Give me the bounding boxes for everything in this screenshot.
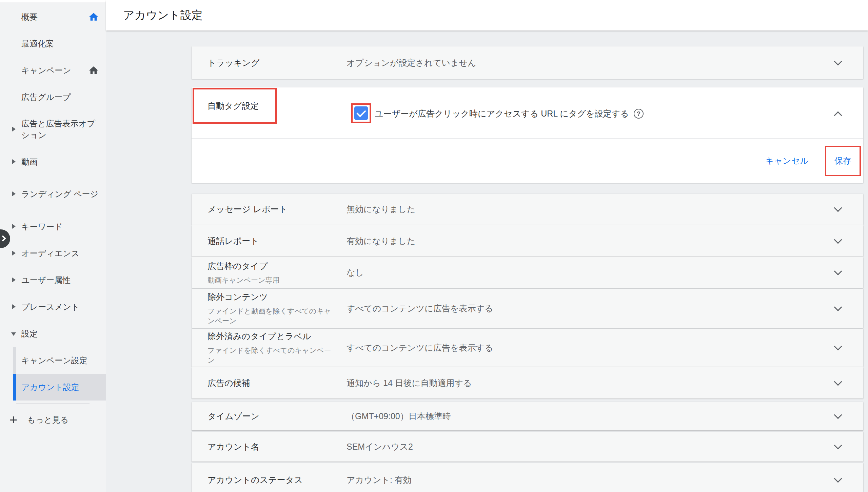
- setting-value: すべてのコンテンツに広告を表示する: [347, 342, 835, 353]
- setting-value: なし: [347, 267, 835, 278]
- inventory-type-card[interactable]: 広告枠のタイプ 動画キャンペーン専用 なし: [192, 257, 863, 288]
- sidebar-item-label: 動画: [21, 156, 101, 168]
- setting-label: タイムゾーン: [208, 411, 347, 422]
- setting-label: 広告の候補: [208, 377, 347, 389]
- sidebar-item-label: プレースメント: [21, 301, 101, 313]
- sidebar-item-account-settings[interactable]: アカウント設定: [0, 374, 106, 401]
- expand-right-icon[interactable]: [12, 304, 16, 309]
- call-report-card[interactable]: 通話レポート 有効になりました: [192, 225, 863, 257]
- sidebar-item-keywords[interactable]: キーワード: [0, 213, 106, 240]
- page-header: アカウント設定: [106, 0, 868, 30]
- setting-value: アカウント: 有効: [347, 474, 835, 486]
- setting-value: 無効になりました: [347, 204, 835, 215]
- sidebar-item-demographics[interactable]: ユーザー属性: [0, 267, 106, 293]
- message-report-card[interactable]: メッセージ レポート 無効になりました: [192, 194, 863, 225]
- subnav-rail: [13, 347, 16, 374]
- checkbox-label: ユーザーが広告クリック時にアクセスする URL にタグを設定する: [375, 108, 629, 119]
- chevron-down-icon[interactable]: [834, 377, 842, 386]
- chevron-right-icon: [0, 235, 6, 241]
- sidebar-item-ad-groups[interactable]: 広告グループ: [0, 84, 106, 110]
- sidebar-item-recommendations[interactable]: 最適化案: [0, 30, 106, 57]
- excluded-types-labels-card[interactable]: 除外済みのタイプとラベル ファインドを除くすべてのキャンペーン すべてのコンテン…: [192, 329, 863, 367]
- expand-right-icon[interactable]: [12, 159, 16, 164]
- setting-label: 通話レポート: [208, 235, 347, 247]
- expand-right-icon[interactable]: [12, 224, 16, 229]
- ad-suggestions-card[interactable]: 広告の候補 通知から 14 日後に自動適用する: [192, 367, 863, 398]
- chevron-down-icon[interactable]: [834, 204, 842, 212]
- setting-label: トラッキング: [208, 57, 347, 68]
- setting-sublabel: 動画キャンペーン専用: [208, 275, 335, 285]
- sidebar-item-label: アカウント設定: [21, 382, 101, 393]
- expand-right-icon[interactable]: [12, 278, 16, 282]
- sidebar-item-label: キーワード: [21, 221, 101, 232]
- sidebar-item-audiences[interactable]: オーディエンス: [0, 240, 106, 267]
- main-content: トラッキング オプションが設定されていません 自動タグ設定 ユーザーが広告クリッ…: [106, 30, 868, 492]
- setting-label: アカウントのステータス: [208, 474, 347, 486]
- expand-down-icon[interactable]: [11, 332, 16, 336]
- excluded-content-card[interactable]: 除外コンテンツ ファインドと動画を除くすべてのキャンペーン すべてのコンテンツに…: [192, 289, 863, 328]
- plus-icon: +: [9, 413, 17, 427]
- setting-value: 有効になりました: [347, 235, 835, 247]
- sidebar-nav: 概要 最適化案 キャンペーン 広告グループ 広告と広告表示オプション 動画: [0, 0, 106, 492]
- save-button[interactable]: 保存: [834, 155, 851, 166]
- setting-label: アカウント名: [208, 441, 347, 452]
- sidebar-item-ads-extensions[interactable]: 広告と広告表示オプション: [0, 110, 106, 148]
- setting-label: 広告枠のタイプ: [208, 261, 335, 272]
- expand-right-icon[interactable]: [12, 191, 16, 196]
- time-zone-card[interactable]: タイムゾーン （GMT+09:00）日本標準時: [192, 402, 863, 430]
- chevron-up-icon[interactable]: [834, 111, 842, 119]
- setting-value: 通知から 14 日後に自動適用する: [347, 377, 835, 389]
- auto-tagging-checkbox[interactable]: [354, 106, 368, 120]
- chevron-down-icon[interactable]: [834, 57, 842, 65]
- setting-value: SEMインハウス2: [347, 441, 835, 452]
- sidebar-item-overview[interactable]: 概要: [0, 3, 106, 30]
- home-icon[interactable]: [88, 65, 99, 76]
- chevron-down-icon[interactable]: [834, 411, 842, 419]
- auto-tagging-section-card: 自動タグ設定 ユーザーが広告クリック時にアクセスする URL にタグを設定する …: [192, 87, 863, 183]
- setting-value: オプションが設定されていません: [347, 57, 835, 68]
- sidebar-item-label: もっと見る: [27, 414, 101, 426]
- sidebar-item-label: オーディエンス: [21, 248, 101, 259]
- chevron-down-icon[interactable]: [834, 235, 842, 244]
- sidebar-top-strip: [0, 0, 106, 2]
- help-icon[interactable]: ?: [634, 109, 644, 119]
- page-title: アカウント設定: [123, 8, 203, 23]
- sidebar-item-show-more[interactable]: + もっと見る: [0, 406, 106, 433]
- expand-right-icon[interactable]: [12, 251, 16, 255]
- sidebar-divider: [16, 403, 90, 404]
- sidebar-item-campaigns[interactable]: キャンペーン: [0, 57, 106, 84]
- sidebar-item-label: 設定: [21, 328, 101, 340]
- account-name-card[interactable]: アカウント名 SEMインハウス2: [192, 432, 863, 462]
- home-icon[interactable]: [88, 12, 99, 22]
- account-status-card[interactable]: アカウントのステータス アカウント: 有効: [192, 463, 863, 492]
- setting-sublabel: ファインドを除くすべてのキャンペーン: [208, 345, 335, 365]
- sidebar-item-label: ランディング ページ: [21, 188, 101, 200]
- expand-right-icon[interactable]: [12, 127, 16, 131]
- sidebar-item-settings[interactable]: 設定: [0, 320, 106, 347]
- setting-value: すべてのコンテンツに広告を表示する: [347, 303, 835, 314]
- chevron-down-icon[interactable]: [834, 441, 842, 449]
- annotation-box-save: 保存: [825, 146, 861, 176]
- sidebar-item-campaign-settings[interactable]: キャンペーン設定: [0, 347, 106, 374]
- sidebar-item-placements[interactable]: プレースメント: [0, 293, 106, 320]
- chevron-down-icon[interactable]: [834, 474, 842, 483]
- setting-label: 除外コンテンツ: [208, 291, 335, 303]
- sidebar-item-label: 広告と広告表示オプション: [21, 118, 101, 141]
- setting-label: 除外済みのタイプとラベル: [208, 331, 335, 342]
- subnav-rail-active: [13, 374, 16, 401]
- setting-label: 自動タグ設定: [208, 100, 259, 111]
- tracking-section-card[interactable]: トラッキング オプションが設定されていません: [192, 46, 863, 79]
- sidebar-item-videos[interactable]: 動画: [0, 148, 106, 175]
- annotation-box-checkbox: [351, 103, 371, 123]
- chevron-down-icon[interactable]: [834, 342, 842, 350]
- setting-label: メッセージ レポート: [208, 204, 347, 215]
- setting-sublabel: ファインドと動画を除くすべてのキャンペーン: [208, 306, 335, 326]
- cancel-button[interactable]: キャンセル: [765, 155, 809, 166]
- sidebar-item-label: キャンペーン設定: [21, 355, 101, 366]
- setting-value: （GMT+09:00）日本標準時: [347, 411, 835, 422]
- sidebar-item-label: 広告グループ: [21, 91, 101, 103]
- sidebar-item-landing-pages[interactable]: ランディング ページ: [0, 175, 106, 213]
- chevron-down-icon[interactable]: [834, 303, 842, 311]
- chevron-down-icon[interactable]: [834, 267, 842, 275]
- sidebar-item-label: 最適化案: [21, 38, 101, 49]
